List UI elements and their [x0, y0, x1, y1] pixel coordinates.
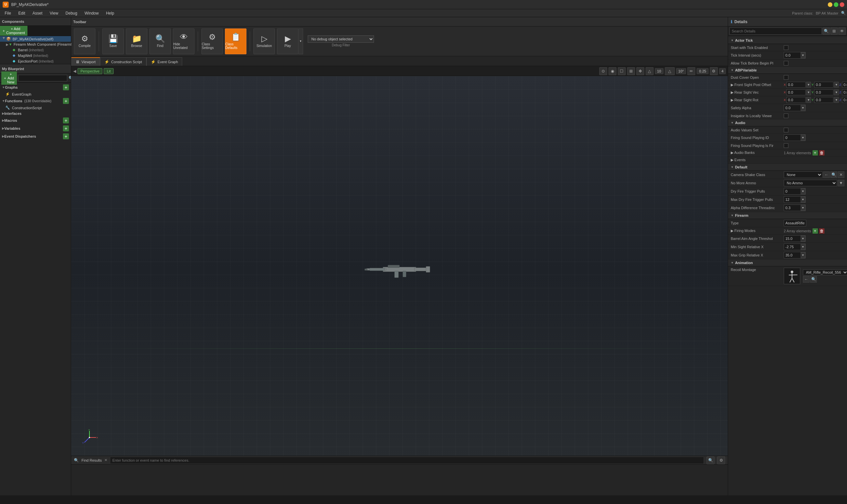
alpha-difference-spin[interactable]: ▼ — [801, 205, 805, 211]
components-search-input[interactable] — [28, 26, 78, 36]
alpha-difference-input[interactable] — [784, 205, 801, 211]
rear-sight-vec-y[interactable] — [814, 89, 833, 95]
close-button[interactable] — [840, 2, 844, 7]
vp-icon-4[interactable]: ⊞ — [627, 67, 635, 75]
tick-interval-input[interactable] — [784, 52, 801, 58]
tick-interval-spin[interactable]: ▼ — [801, 52, 805, 58]
audio-values-set-checkbox[interactable] — [784, 128, 788, 132]
variables-add-button[interactable]: + — [63, 125, 69, 131]
max-dry-fire-spin[interactable]: ▼ — [801, 197, 805, 202]
debug-filter-select[interactable]: No debug object selected — [308, 35, 374, 43]
max-dry-fire-input[interactable] — [784, 197, 801, 202]
blueprint-search-icon[interactable]: 🔍 — [69, 76, 71, 80]
3d-viewport[interactable]: X Z Y — [71, 76, 728, 456]
find-search-icon-btn[interactable]: 🔍 — [707, 456, 714, 464]
camera-shake-select[interactable]: None — [784, 172, 823, 178]
no-more-ammo-dropdown[interactable]: ▼ — [838, 180, 844, 186]
insigator-checkbox[interactable] — [784, 113, 788, 118]
find-settings-icon-btn[interactable]: ⚙ — [717, 456, 725, 464]
firing-modes-add-btn[interactable]: + — [813, 228, 818, 234]
find-results-input[interactable] — [110, 457, 704, 464]
vp-brush-icon[interactable]: ✏ — [687, 67, 695, 75]
vp-icon-5[interactable]: ✥ — [636, 67, 644, 75]
recoil-nav-search[interactable]: 🔍 — [810, 276, 817, 283]
vp-icon-2[interactable]: ◉ — [608, 67, 617, 75]
menu-help[interactable]: Help — [103, 10, 118, 16]
firing-sound-id-input[interactable] — [784, 135, 801, 141]
menu-edit[interactable]: Edit — [15, 10, 29, 16]
camera-shake-nav-search[interactable]: 🔍 — [830, 172, 837, 178]
tree-root-item[interactable]: ▶ 📦 BP_MyAKDerivative(self) — [0, 36, 71, 42]
vp-icon-1[interactable]: ⊙ — [599, 67, 607, 75]
vp-angle-icon[interactable]: △ — [665, 67, 675, 75]
max-grip-input[interactable] — [784, 252, 801, 258]
menu-asset[interactable]: Asset — [29, 10, 46, 16]
minimize-button[interactable] — [828, 2, 832, 7]
blueprint-search-input[interactable] — [18, 75, 67, 82]
audio-banks-del-btn[interactable]: 🗑 — [819, 150, 825, 156]
details-search-input[interactable] — [729, 28, 822, 35]
vp-icon-6[interactable]: △ — [645, 67, 654, 75]
menu-debug[interactable]: Debug — [62, 10, 81, 16]
animation-section[interactable]: ▼ Animation — [728, 259, 847, 266]
no-more-ammo-select[interactable]: No Ammo — [784, 180, 837, 186]
class-settings-button[interactable]: ⚙ Class Settings — [202, 29, 223, 54]
tree-firearm-item[interactable]: ▶ ▼ Firearm Mesh Component (FirearmMes — [0, 42, 71, 47]
rear-sight-rot-x-spin[interactable]: ▼ — [806, 97, 811, 103]
bp-variables-section[interactable]: ▶ Variables + — [0, 124, 71, 132]
eventgraph-item[interactable]: ⚡ EventGraph — [0, 91, 71, 97]
bp-graphs-section[interactable]: ▼ Graphs + — [0, 84, 71, 91]
hide-unrelated-button[interactable]: 👁 Hide Unrelated — [173, 29, 194, 54]
firearm-section[interactable]: ▼ Firearm — [728, 212, 847, 219]
rear-sight-rot-x[interactable] — [786, 97, 806, 103]
dry-fire-pulls-spin[interactable]: ▼ — [801, 188, 805, 194]
front-sight-y[interactable] — [814, 82, 833, 88]
start-with-tick-checkbox[interactable] — [784, 45, 788, 50]
add-component-button[interactable]: + + Add Component — [0, 26, 28, 36]
bp-interfaces-section[interactable]: ▶ Interfaces — [0, 110, 71, 116]
recoil-nav-left[interactable]: ← — [803, 276, 810, 283]
details-eye-btn[interactable]: 👁 — [839, 28, 846, 35]
simulation-button[interactable]: ▷ Simulation — [254, 29, 275, 54]
vp-num-10[interactable]: 10 — [655, 68, 663, 74]
camera-shake-nav-clear[interactable]: ✕ — [838, 172, 844, 178]
vp-settings-icon[interactable]: ⚙ — [710, 67, 718, 75]
rear-sight-vec-x-spin[interactable]: ▼ — [806, 89, 811, 95]
front-sight-x-spin[interactable]: ▼ — [806, 82, 811, 88]
play-button[interactable]: ▶ Play — [277, 29, 298, 54]
firing-modes-del-btn[interactable]: 🗑 — [819, 228, 825, 234]
menu-view[interactable]: View — [46, 10, 62, 16]
barrel-aim-input[interactable] — [784, 236, 801, 241]
tree-ejection-item[interactable]: ◆ EjectionPort (Inherited) — [0, 58, 71, 64]
tab-construction-script[interactable]: ⚡ Construction Script — [100, 57, 146, 66]
bp-macros-section[interactable]: ▶ Macros + — [0, 116, 71, 124]
menu-window[interactable]: Window — [81, 10, 102, 16]
rear-sight-vec-y-spin[interactable]: ▼ — [834, 89, 839, 95]
macros-add-button[interactable]: + — [63, 118, 69, 123]
rear-sight-rot-z[interactable] — [842, 97, 847, 103]
safety-alpha-spin[interactable]: ▼ — [801, 105, 805, 111]
parent-class-link[interactable]: BP AK Master — [816, 11, 839, 15]
camera-shake-nav-left[interactable]: ← — [823, 172, 830, 178]
tab-viewport[interactable]: 🖥 Viewport — [71, 57, 100, 66]
rear-sight-rot-y[interactable] — [814, 97, 833, 103]
min-sight-spin[interactable]: ▼ — [801, 244, 805, 250]
details-search-btn[interactable]: 🔍 — [823, 28, 830, 35]
lit-button[interactable]: Lit — [104, 68, 114, 74]
firing-sound-id-spin[interactable]: ▼ — [801, 135, 805, 141]
front-sight-y-spin[interactable]: ▼ — [834, 82, 839, 88]
find-button[interactable]: 🔍 Find — [150, 29, 171, 54]
perspective-button[interactable]: Perspective — [77, 68, 102, 74]
graphs-add-button[interactable]: + — [63, 84, 69, 90]
construction-script-item[interactable]: 🔧 ConstructionScript — [0, 105, 71, 110]
actor-tick-section[interactable]: ▼ Actor Tick — [728, 37, 847, 44]
front-sight-x[interactable] — [786, 82, 806, 88]
bp-functions-section[interactable]: ▼ Functions (130 Overridable) + — [0, 97, 71, 105]
save-button[interactable]: 💾 Save — [102, 29, 124, 54]
rear-sight-vec-z[interactable] — [842, 89, 847, 95]
maximize-button[interactable] — [834, 2, 839, 7]
audio-section[interactable]: ▼ Audio — [728, 120, 847, 126]
dry-fire-pulls-input[interactable] — [784, 188, 801, 194]
browse-button[interactable]: 📁 Browse — [126, 29, 148, 54]
safety-alpha-input[interactable] — [784, 105, 801, 111]
